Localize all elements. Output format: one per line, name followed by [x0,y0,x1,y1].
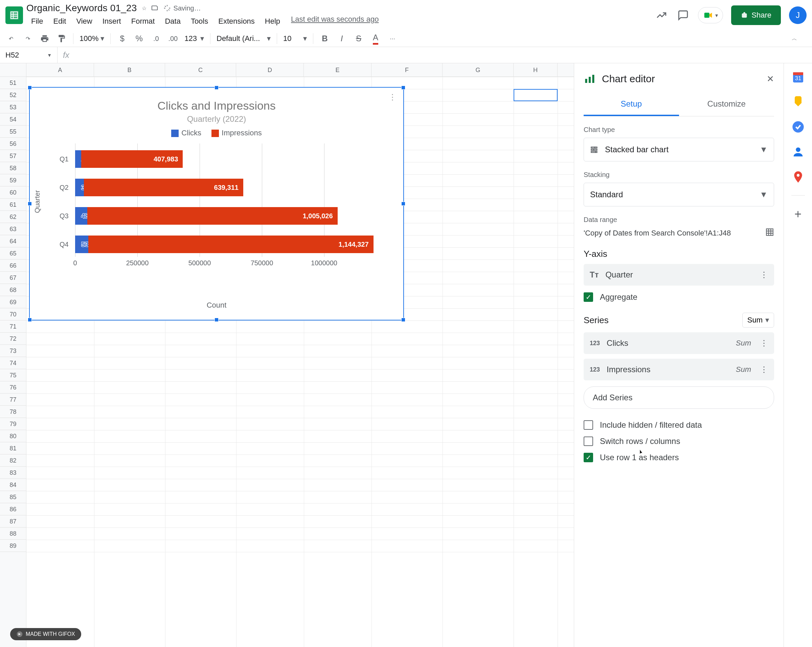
strike-icon[interactable]: S [353,33,364,44]
row-header[interactable]: 60 [0,186,26,198]
chart-object[interactable]: ⋮ Clicks and Impressions Quarterly (2022… [29,87,404,320]
series-agg-select[interactable]: Sum▾ [742,313,774,328]
row-header[interactable]: 61 [0,198,26,211]
stacking-select[interactable]: Standard ▼ [584,183,774,206]
print-icon[interactable] [39,33,50,44]
resize-handle[interactable] [215,318,218,322]
series-chip-impressions[interactable]: 123 Impressions Sum ⋮ [584,359,774,380]
zoom-select[interactable]: 100% ▾ [79,34,104,43]
row-header[interactable]: 80 [0,430,26,442]
row-header[interactable]: 59 [0,174,26,186]
text-color-icon[interactable]: A [370,33,381,44]
font-size-select[interactable]: 10▾ [283,34,307,43]
row-header[interactable]: 68 [0,284,26,296]
percent-icon[interactable]: % [134,33,145,44]
row-header[interactable]: 58 [0,162,26,174]
row-header[interactable]: 71 [0,320,26,333]
row-header[interactable]: 85 [0,491,26,503]
col-header[interactable]: E [304,63,371,76]
row-header[interactable]: 76 [0,381,26,394]
row-header[interactable]: 66 [0,259,26,272]
more-toolbar-icon[interactable]: ⋯ [387,33,398,44]
tasks-icon[interactable] [791,120,805,134]
row-header[interactable]: 52 [0,89,26,101]
more-icon[interactable]: ⋮ [760,270,768,279]
doc-title[interactable]: Organic_Keywords 01_23 [26,3,137,14]
row-header[interactable]: 70 [0,308,26,320]
row-header[interactable]: 65 [0,247,26,259]
more-icon[interactable]: ⋮ [760,365,768,374]
use-row1-headers-checkbox[interactable]: ✓ [584,453,593,462]
row-header[interactable]: 78 [0,406,26,418]
number-format-select[interactable]: 123▾ [185,34,204,43]
row-header[interactable]: 89 [0,540,26,552]
contacts-icon[interactable] [791,145,805,159]
font-family-select[interactable]: Default (Ari...▾ [217,34,271,43]
row-header[interactable]: 73 [0,345,26,357]
resize-handle[interactable] [28,318,32,322]
move-icon[interactable] [151,4,159,12]
activity-icon[interactable] [655,8,668,22]
switch-rows-cols-checkbox[interactable] [584,436,593,446]
col-header[interactable]: G [443,63,514,76]
sheets-logo[interactable] [5,6,23,24]
paint-format-icon[interactable] [56,33,67,44]
row-header[interactable]: 74 [0,357,26,369]
row-header[interactable]: 67 [0,272,26,284]
resize-handle[interactable] [28,85,32,90]
col-header[interactable]: C [165,63,236,76]
row-header[interactable]: 83 [0,467,26,479]
row-header[interactable]: 55 [0,125,26,138]
data-range-text[interactable]: 'Copy of Dates from Search Console'!A1:J… [584,229,731,238]
row-header[interactable]: 86 [0,503,26,515]
chart-type-select[interactable]: Stacked bar chart ▼ [584,138,774,162]
maps-icon[interactable] [791,170,805,184]
row-header[interactable]: 82 [0,455,26,467]
row-header[interactable]: 81 [0,442,26,455]
spreadsheet-grid[interactable]: ABCDEFGH 5152535455565758596061626364656… [0,63,574,647]
series-chip-clicks[interactable]: 123 Clicks Sum ⋮ [584,332,774,354]
comments-icon[interactable] [676,8,690,22]
menu-format[interactable]: Format [127,15,160,28]
col-header[interactable]: D [236,63,304,76]
tab-customize[interactable]: Customize [679,93,774,116]
row-header[interactable]: 84 [0,479,26,491]
select-all-corner[interactable] [0,63,26,76]
resize-handle[interactable] [401,202,405,206]
resize-handle[interactable] [28,202,32,206]
more-icon[interactable]: ⋮ [760,339,768,348]
close-icon[interactable]: ✕ [767,74,774,84]
row-header[interactable]: 51 [0,77,26,89]
menu-help[interactable]: Help [260,15,285,28]
currency-icon[interactable]: $ [117,33,128,44]
row-header[interactable]: 53 [0,101,26,113]
row-header[interactable]: 62 [0,211,26,223]
calendar-icon[interactable]: 31 [791,70,805,84]
include-hidden-checkbox[interactable] [584,420,593,430]
select-range-icon[interactable] [765,228,774,238]
meet-button[interactable]: ▾ [698,7,723,23]
row-header[interactable]: 56 [0,138,26,150]
keep-icon[interactable] [791,95,805,108]
resize-handle[interactable] [401,85,405,90]
row-header[interactable]: 64 [0,235,26,247]
col-header[interactable]: H [514,63,557,76]
account-avatar[interactable]: J [789,6,807,24]
undo-icon[interactable]: ↶ [5,33,16,44]
aggregate-checkbox[interactable]: ✓ [584,292,593,302]
bold-icon[interactable]: B [319,33,330,44]
menu-file[interactable]: File [26,15,48,28]
row-header[interactable]: 87 [0,515,26,528]
resize-handle[interactable] [215,85,218,90]
add-series-button[interactable]: Add Series [584,386,774,409]
row-header[interactable]: 75 [0,369,26,381]
row-header[interactable]: 72 [0,333,26,345]
redo-icon[interactable]: ↷ [22,33,33,44]
share-button[interactable]: Share [731,5,781,25]
col-header[interactable]: A [26,63,94,76]
dec-decrease-icon[interactable]: .0 [151,33,162,44]
yaxis-field-chip[interactable]: Tт Quarter ⋮ [584,264,774,285]
row-header[interactable]: 79 [0,418,26,430]
italic-icon[interactable]: I [336,33,347,44]
row-header[interactable]: 57 [0,150,26,162]
